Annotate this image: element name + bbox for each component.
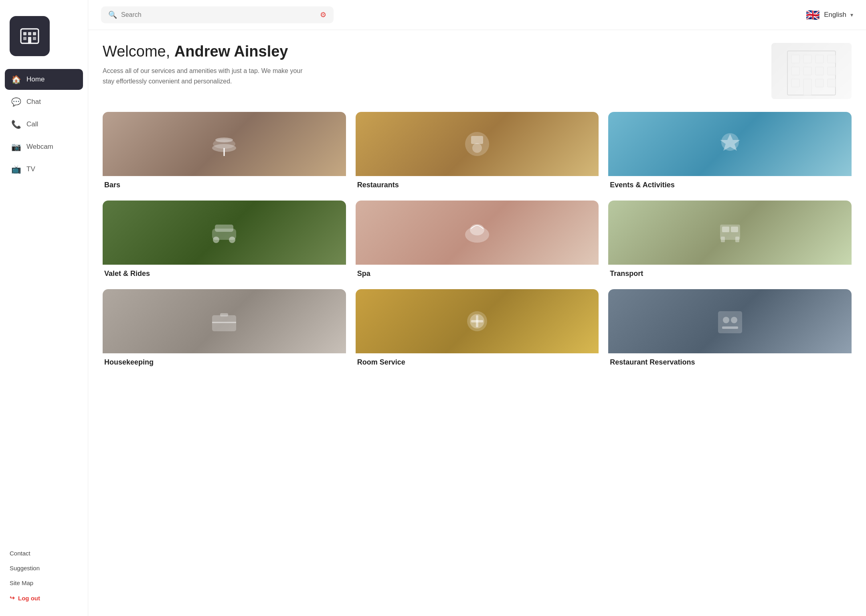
service-card-events[interactable]: Events & Activities — [608, 112, 852, 191]
service-card-valet[interactable]: Valet & Rides — [103, 201, 346, 280]
sidebar-item-tv[interactable]: 📺 TV — [5, 159, 83, 180]
logo-box — [10, 16, 50, 56]
home-icon: 🏠 — [11, 75, 21, 84]
service-card-image-bars — [103, 112, 346, 176]
service-card-image-events — [608, 112, 852, 176]
webcam-icon: 📷 — [11, 142, 21, 152]
service-card-restaurants[interactable]: Restaurants — [356, 112, 599, 191]
call-icon: 📞 — [11, 120, 21, 129]
svg-rect-10 — [815, 55, 824, 63]
page-content: Welcome, Andrew Ainsley Access all of ou… — [88, 30, 866, 616]
welcome-section: Welcome, Andrew Ainsley Access all of ou… — [103, 43, 852, 99]
service-card-roomservice[interactable]: Room Service — [356, 289, 599, 368]
language-label: English — [824, 11, 846, 19]
svg-point-23 — [215, 138, 233, 142]
svg-rect-12 — [791, 67, 799, 75]
svg-point-26 — [472, 143, 482, 153]
svg-rect-2 — [28, 32, 31, 35]
svg-rect-50 — [722, 326, 738, 329]
contact-link[interactable]: Contact — [10, 550, 78, 557]
logo-container — [0, 10, 88, 69]
building-illustration — [771, 43, 852, 99]
language-selector[interactable]: 🇬🇧 English ▾ — [806, 8, 853, 22]
chat-icon: 💬 — [11, 97, 21, 107]
service-card-housekeeping[interactable]: Housekeeping — [103, 289, 346, 368]
svg-rect-38 — [721, 237, 725, 242]
svg-point-31 — [213, 237, 219, 243]
svg-rect-47 — [718, 311, 742, 333]
filter-icon[interactable]: ⚙ — [320, 10, 326, 19]
search-bar[interactable]: 🔍 ⚙ — [101, 6, 334, 23]
svg-point-49 — [731, 317, 737, 323]
sidebar-item-webcam[interactable]: 📷 Webcam — [5, 136, 83, 157]
flag-icon: 🇬🇧 — [806, 8, 820, 22]
service-card-label-bars: Bars — [103, 176, 346, 191]
svg-rect-42 — [220, 313, 228, 316]
topbar: 🔍 ⚙ 🇬🇧 English ▾ — [88, 0, 866, 30]
search-input[interactable] — [121, 11, 316, 18]
svg-rect-36 — [722, 227, 729, 232]
service-card-image-roomservice — [356, 289, 599, 353]
svg-rect-18 — [815, 79, 824, 87]
svg-rect-4 — [23, 37, 26, 40]
sitemap-link[interactable]: Site Map — [10, 580, 78, 586]
service-card-reservations[interactable]: Restaurant Reservations — [608, 289, 852, 368]
svg-rect-39 — [735, 237, 739, 242]
welcome-subtitle: Access all of our services and amenities… — [103, 66, 311, 86]
service-card-transport[interactable]: Transport — [608, 201, 852, 280]
sidebar-nav: 🏠 Home 💬 Chat 📞 Call 📷 Webcam 📺 TV — [0, 69, 88, 545]
svg-rect-9 — [803, 55, 811, 63]
service-card-bars[interactable]: Bars — [103, 112, 346, 191]
sidebar-item-home[interactable]: 🏠 Home — [5, 69, 83, 90]
service-card-image-reservations — [608, 289, 852, 353]
svg-rect-19 — [828, 79, 836, 87]
svg-rect-30 — [215, 225, 233, 232]
service-card-label-restaurants: Restaurants — [356, 176, 599, 191]
welcome-heading: Welcome, Andrew Ainsley — [103, 43, 311, 60]
service-card-image-restaurants — [356, 112, 599, 176]
services-grid: BarsRestaurantsEvents & ActivitiesValet … — [103, 112, 852, 368]
svg-rect-15 — [828, 67, 836, 75]
sidebar-item-call[interactable]: 📞 Call — [5, 114, 83, 135]
main-content: 🔍 ⚙ 🇬🇧 English ▾ Welcome, Andrew Ainsley… — [88, 0, 866, 616]
sidebar-footer: Contact Suggestion Site Map ↪ Log out — [0, 545, 88, 606]
chevron-down-icon: ▾ — [850, 12, 853, 18]
service-card-label-transport: Transport — [608, 265, 852, 280]
svg-rect-37 — [731, 227, 738, 232]
svg-rect-8 — [791, 55, 799, 63]
svg-rect-3 — [33, 32, 36, 35]
svg-point-32 — [229, 237, 235, 243]
service-card-label-roomservice: Room Service — [356, 353, 599, 368]
svg-rect-13 — [803, 67, 811, 75]
service-card-label-valet: Valet & Rides — [103, 265, 346, 280]
service-card-label-housekeeping: Housekeeping — [103, 353, 346, 368]
svg-rect-40 — [212, 315, 236, 331]
svg-rect-5 — [28, 37, 31, 43]
svg-rect-6 — [33, 37, 36, 40]
service-card-image-housekeeping — [103, 289, 346, 353]
service-card-label-spa: Spa — [356, 265, 599, 280]
svg-rect-1 — [23, 32, 26, 35]
sidebar-item-chat-label: Chat — [26, 98, 41, 106]
tv-icon: 📺 — [11, 164, 21, 174]
svg-rect-46 — [476, 315, 478, 327]
sidebar-item-call-label: Call — [26, 120, 38, 128]
service-card-spa[interactable]: Spa — [356, 201, 599, 280]
logo-icon — [18, 25, 41, 47]
service-card-label-events: Events & Activities — [608, 176, 852, 191]
building-svg — [771, 43, 852, 99]
svg-rect-11 — [828, 55, 836, 63]
sidebar-item-home-label: Home — [26, 75, 45, 83]
sidebar: 🏠 Home 💬 Chat 📞 Call 📷 Webcam 📺 TV Conta… — [0, 0, 88, 616]
logout-icon: ↪ — [10, 594, 15, 602]
svg-point-48 — [723, 317, 729, 323]
search-icon: 🔍 — [108, 10, 117, 19]
welcome-text: Welcome, Andrew Ainsley Access all of ou… — [103, 43, 311, 86]
svg-rect-25 — [471, 136, 483, 144]
service-card-image-valet — [103, 201, 346, 265]
sidebar-item-chat[interactable]: 💬 Chat — [5, 91, 83, 112]
logout-button[interactable]: ↪ Log out — [10, 594, 78, 602]
svg-rect-17 — [803, 79, 811, 95]
svg-rect-16 — [791, 79, 799, 87]
suggestion-link[interactable]: Suggestion — [10, 565, 78, 571]
